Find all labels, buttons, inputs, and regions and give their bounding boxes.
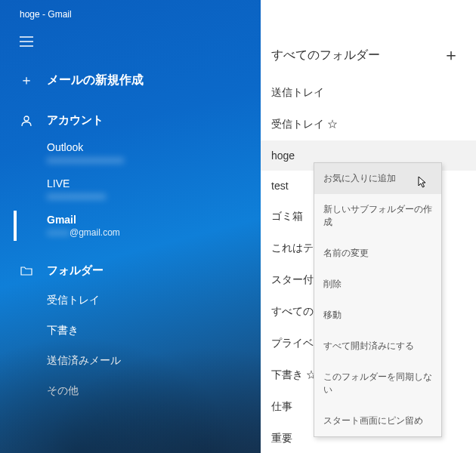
menu-delete[interactable]: 削除 (314, 269, 441, 300)
folder-icon (20, 266, 33, 276)
person-icon (20, 115, 33, 127)
window-title: hoge - Gmail (0, 6, 261, 27)
hamburger-icon (20, 36, 33, 47)
account-sub-gmail: xxxxx@gmail.com (47, 227, 261, 238)
add-folder-button[interactable]: ＋ (443, 44, 459, 66)
plus-icon: ＋ (20, 71, 33, 89)
folders-header[interactable]: フォルダー (0, 257, 261, 285)
content-header: すべてのフォルダー ＋ (261, 36, 476, 77)
context-menu: お気に入りに追加 新しいサブフォルダーの作成 名前の変更 削除 移動 すべて開封… (314, 162, 442, 437)
accounts-label: アカウント (47, 113, 104, 128)
menu-new-subfolder[interactable]: 新しいサブフォルダーの作成 (314, 194, 441, 238)
account-item-gmail[interactable]: Gmail xxxxx@gmail.com (0, 208, 261, 244)
sidebar: hoge - Gmail ＋ メールの新規作成 アカウント Outlook xx… (0, 0, 261, 453)
new-mail-button[interactable]: ＋ メールの新規作成 (0, 63, 261, 107)
sidebar-folder-inbox[interactable]: 受信トレイ (0, 285, 261, 316)
sidebar-folder-sent[interactable]: 送信済みメール (0, 346, 261, 376)
sidebar-folder-drafts[interactable]: 下書き (0, 316, 261, 346)
menu-add-favorite[interactable]: お気に入りに追加 (314, 163, 441, 194)
account-item-outlook[interactable]: Outlook xxxxxxxxxxxxxxxxx (0, 135, 261, 171)
account-sub-live: xxxxxxxxxxxxx (47, 191, 261, 202)
sidebar-folder-more[interactable]: その他 (0, 376, 261, 406)
folder-row[interactable]: 受信トレイ ☆ (261, 109, 476, 140)
account-sub-outlook: xxxxxxxxxxxxxxxxx (47, 155, 261, 165)
accounts-header[interactable]: アカウント (0, 107, 261, 135)
all-folders-label: すべてのフォルダー (271, 48, 380, 63)
folders-label: フォルダー (47, 263, 104, 278)
new-mail-label: メールの新規作成 (47, 72, 144, 88)
hamburger-button[interactable] (0, 27, 261, 63)
menu-no-sync[interactable]: このフォルダーを同期しない (314, 362, 441, 405)
folder-row[interactable]: 送信トレイ (261, 77, 476, 109)
menu-pin-start[interactable]: スタート画面にピン留め (314, 405, 441, 436)
menu-rename[interactable]: 名前の変更 (314, 238, 441, 269)
menu-mark-read[interactable]: すべて開封済みにする (314, 331, 441, 362)
svg-point-3 (24, 116, 29, 121)
account-item-live[interactable]: LIVE xxxxxxxxxxxxx (0, 171, 261, 208)
menu-move[interactable]: 移動 (314, 300, 441, 331)
